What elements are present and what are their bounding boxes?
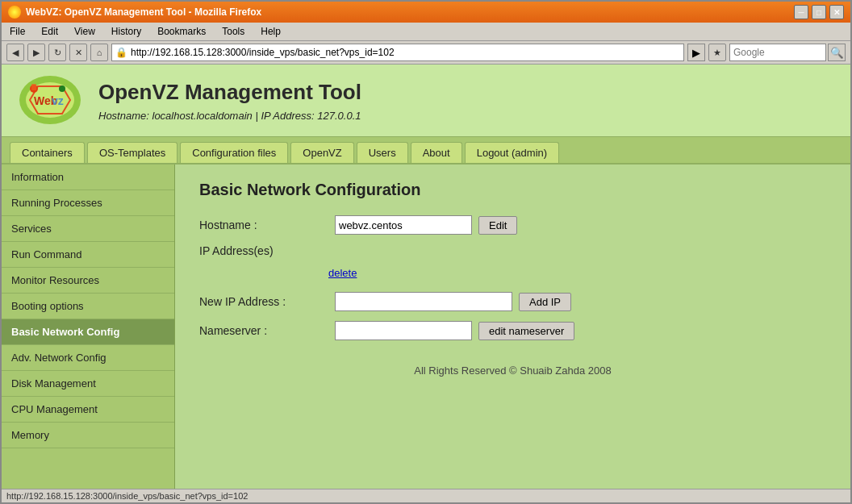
add-ip-button[interactable]: Add IP: [519, 293, 571, 311]
search-input[interactable]: [729, 44, 826, 61]
minimize-button[interactable]: ─: [794, 5, 808, 19]
stop-button[interactable]: ✕: [69, 44, 87, 61]
sidebar-item-disk-management[interactable]: Disk Management: [2, 371, 174, 397]
menu-edit[interactable]: Edit: [36, 24, 63, 39]
new-ip-label: New IP Address :: [199, 295, 328, 308]
reload-button[interactable]: ↻: [48, 44, 66, 61]
menu-tools[interactable]: Tools: [217, 24, 249, 39]
menu-file[interactable]: File: [5, 24, 30, 39]
menu-view[interactable]: View: [69, 24, 100, 39]
menu-bar: File Edit View History Bookmarks Tools H…: [2, 23, 850, 41]
logo-area: Web vz: [18, 74, 82, 127]
svg-point-6: [59, 85, 65, 92]
back-button[interactable]: ◀: [6, 44, 24, 61]
sidebar-item-basic-network-config[interactable]: Basic Network Config: [2, 319, 174, 345]
tab-containers[interactable]: Containers: [10, 142, 85, 163]
site-subtitle: Hostname: localhost.localdomain | IP Add…: [98, 110, 361, 122]
site-title: OpenVZ Management Tool: [98, 80, 361, 105]
lock-icon: 🔒: [115, 47, 127, 58]
tab-users[interactable]: Users: [357, 142, 408, 163]
tab-config-files[interactable]: Configuration files: [180, 142, 288, 163]
sidebar: Information Running Processes Services R…: [2, 165, 175, 489]
sidebar-item-booting-options[interactable]: Booting options: [2, 294, 174, 319]
footer-text: All Rights Reserved © Shuaib Zahda 2008: [199, 364, 826, 377]
webvz-logo: Web vz: [18, 74, 82, 127]
new-ip-input[interactable]: [335, 292, 512, 311]
menu-history[interactable]: History: [106, 24, 146, 39]
tab-about[interactable]: About: [411, 142, 462, 163]
go-button[interactable]: ▶: [687, 44, 705, 61]
page-title: Basic Network Configuration: [199, 181, 826, 199]
svg-rect-7: [31, 84, 36, 90]
sidebar-item-adv-network-config[interactable]: Adv. Network Config: [2, 345, 174, 371]
nav-bar: ◀ ▶ ↻ ✕ ⌂ 🔒 ▶ ★ 🔍: [2, 41, 850, 65]
new-ip-row: New IP Address : Add IP: [199, 292, 826, 311]
page-content: Web vz OpenVZ Management Tool Hostname: …: [2, 65, 850, 489]
logo-text-area: OpenVZ Management Tool Hostname: localho…: [98, 80, 361, 122]
sidebar-item-run-command[interactable]: Run Command: [2, 242, 174, 268]
url-input[interactable]: [131, 47, 680, 58]
ip-label: IP Address:: [261, 110, 314, 122]
edit-nameserver-button[interactable]: edit nameserver: [478, 322, 574, 340]
ip-addresses-row: IP Address(es): [199, 244, 826, 257]
status-bar: http://192.168.15.128:3000/inside_vps/ba…: [2, 489, 850, 502]
search-button[interactable]: 🔍: [828, 44, 846, 61]
forward-button[interactable]: ▶: [27, 44, 45, 61]
tab-nav: Containers OS-Templates Configuration fi…: [2, 137, 850, 165]
nameserver-input[interactable]: [335, 321, 472, 340]
title-bar-left: WebVZ: OpenVZ Management Tool - Mozilla …: [8, 6, 261, 19]
window-title: WebVZ: OpenVZ Management Tool - Mozilla …: [26, 6, 261, 18]
tab-openvz[interactable]: OpenVZ: [290, 142, 353, 163]
hostname-value: localhost.localdomain: [152, 110, 256, 122]
hostname-row: Hostname : Edit: [199, 215, 826, 235]
sidebar-item-monitor-resources[interactable]: Monitor Resources: [2, 268, 174, 294]
hostname-edit-button[interactable]: Edit: [478, 216, 517, 235]
sidebar-item-cpu-management[interactable]: CPU Management: [2, 397, 174, 423]
svg-text:vz: vz: [52, 94, 64, 107]
title-bar: WebVZ: OpenVZ Management Tool - Mozilla …: [2, 2, 850, 23]
sidebar-item-services[interactable]: Services: [2, 216, 174, 242]
ip-value: 127.0.0.1: [317, 110, 361, 122]
address-bar: 🔒: [111, 44, 684, 61]
ip-addresses-label: IP Address(es): [199, 244, 328, 257]
main-layout: Information Running Processes Services R…: [2, 165, 850, 489]
tab-os-templates[interactable]: OS-Templates: [87, 142, 178, 163]
content-area: Basic Network Configuration Hostname : E…: [175, 165, 850, 489]
close-button[interactable]: ✕: [829, 5, 844, 19]
sidebar-item-running-processes[interactable]: Running Processes: [2, 190, 174, 216]
browser-window: WebVZ: OpenVZ Management Tool - Mozilla …: [0, 0, 852, 504]
hostname-field[interactable]: [335, 215, 472, 235]
hostname-field-label: Hostname :: [199, 219, 328, 231]
tab-logout[interactable]: Logout (admin): [465, 142, 559, 163]
nameserver-label: Nameserver :: [199, 324, 328, 337]
bookmark-button[interactable]: ★: [708, 44, 726, 61]
delete-ip-link[interactable]: delete: [328, 267, 826, 279]
site-header: Web vz OpenVZ Management Tool Hostname: …: [2, 65, 850, 137]
ip-addresses-section: IP Address(es) delete: [199, 244, 826, 279]
window-controls: ─ □ ✕: [794, 5, 844, 19]
maximize-button[interactable]: □: [812, 5, 826, 19]
nameserver-row: Nameserver : edit nameserver: [199, 321, 826, 340]
browser-icon: [8, 6, 21, 19]
menu-bookmarks[interactable]: Bookmarks: [152, 24, 211, 39]
status-url: http://192.168.15.128:3000/inside_vps/ba…: [6, 491, 248, 501]
home-button[interactable]: ⌂: [90, 44, 108, 61]
search-bar: 🔍: [729, 44, 846, 61]
sidebar-item-memory[interactable]: Memory: [2, 423, 174, 448]
menu-help[interactable]: Help: [256, 24, 286, 39]
sidebar-item-information[interactable]: Information: [2, 165, 174, 190]
hostname-label: Hostname:: [98, 110, 149, 122]
